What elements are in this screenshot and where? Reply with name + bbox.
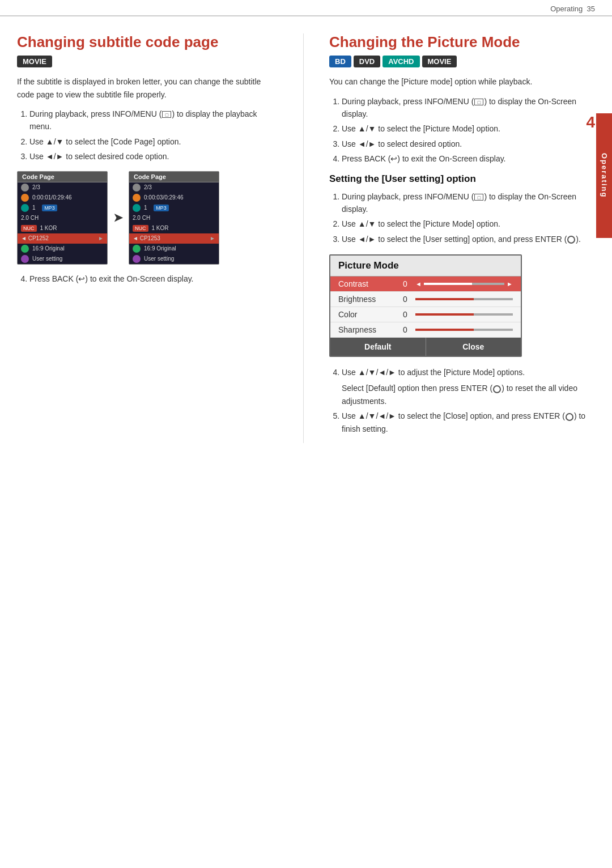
- cp-before-row-6-selected: ◄ CP1252 ►: [18, 233, 107, 244]
- cp-after-right-arrow: ►: [210, 235, 215, 241]
- mp3-badge-after: MP3: [154, 205, 169, 211]
- cp-after-icon-7: [133, 245, 141, 253]
- cp-after-row-3: 1 MP3: [129, 203, 219, 213]
- right-section-title: Changing the Picture Mode: [329, 33, 595, 51]
- right-step-4: Press BACK (↩) to exit the On-Screen dis…: [342, 152, 595, 165]
- cp-right-arrow: ►: [98, 235, 104, 241]
- left-step-3: Use ◄/► to select desired code option.: [29, 150, 278, 163]
- left-badge-row: MOVIE: [17, 56, 278, 67]
- pm-close-button[interactable]: Close: [426, 338, 521, 356]
- cp-icon-3: [21, 204, 29, 212]
- cp-before-row-5: NUC 1 KOR: [18, 223, 107, 233]
- enter-icon-1: [567, 236, 575, 244]
- cp-after-row-4: 2.0 CH: [129, 213, 219, 223]
- cp-icon-2: [21, 194, 29, 202]
- user-step-3: Use ◄/► to select the [User setting] opt…: [342, 233, 595, 245]
- pm-color-track: [415, 313, 513, 316]
- left-step-1: During playback, press INFO/MENU (□) to …: [29, 108, 278, 133]
- arrow-right-icon: ➤: [113, 211, 123, 224]
- pm-brightness-fill: [415, 298, 474, 300]
- pm-contrast-right-arrow: ►: [507, 280, 513, 287]
- left-step4-list: Press BACK (↩) to exit the On-Screen dis…: [17, 273, 278, 285]
- right-menu-icon-1: □: [474, 99, 483, 105]
- pm-default-button[interactable]: Default: [330, 338, 426, 356]
- top-bar: Operating 35: [0, 0, 612, 16]
- user-setting-steps-cont: Use ▲/▼/◄/► to adjust the [Picture Mode]…: [329, 366, 595, 435]
- cp-before-row-7: 16:9 Original: [18, 244, 107, 254]
- code-page-screenshots: Code Page 2/3 0:00:01/0:29:46 1 MP3 2.0 …: [17, 171, 278, 265]
- pm-contrast-left-arrow: ◄: [415, 280, 422, 287]
- page-label: Operating: [550, 5, 583, 13]
- pm-contrast-track: [424, 283, 504, 285]
- code-page-after: Code Page 2/3 0:00:03/0:29:46 1 MP3 2.0 …: [129, 171, 219, 265]
- column-divider: [303, 33, 304, 443]
- bd-badge: BD: [329, 56, 351, 67]
- picture-mode-title: Picture Mode: [330, 256, 521, 276]
- code-page-after-header: Code Page: [129, 172, 219, 182]
- pm-brightness-label: Brightness: [338, 295, 395, 304]
- left-steps-list: During playback, press INFO/MENU (□) to …: [17, 108, 278, 163]
- avchd-badge: AVCHD: [382, 56, 419, 67]
- cp-before-row-4: 2.0 CH: [18, 213, 107, 223]
- right-step-2: Use ▲/▼ to select the [Picture Mode] opt…: [342, 122, 595, 135]
- user-step-2: Use ▲/▼ to select the [Picture Mode] opt…: [342, 218, 595, 230]
- pm-color-label: Color: [338, 310, 395, 319]
- chapter-number: 4: [586, 113, 595, 131]
- pm-color-fill: [415, 313, 474, 316]
- cp-before-row-3: 1 MP3: [18, 203, 107, 213]
- cp-after-row-6-selected: ◄ CP1253 ►: [129, 233, 219, 244]
- user-menu-icon-1: □: [474, 194, 483, 201]
- pm-brightness-row: Brightness 0: [330, 292, 521, 307]
- cp-after-icon-2: [133, 194, 141, 202]
- page-info: Operating 35: [550, 5, 595, 13]
- pm-contrast-fill: [424, 283, 472, 285]
- operating-side-tab: Operating: [596, 113, 612, 238]
- page-number: 35: [587, 5, 595, 13]
- pm-color-value: 0: [400, 310, 411, 319]
- enter-icon-3: [566, 413, 573, 421]
- code-page-before: Code Page 2/3 0:00:01/0:29:46 1 MP3 2.0 …: [17, 171, 108, 265]
- code-page-before-header: Code Page: [18, 172, 107, 182]
- mp3-badge: MP3: [42, 205, 57, 211]
- pm-color-row: Color 0: [330, 307, 521, 322]
- side-tab-label: Operating: [600, 153, 609, 198]
- pm-contrast-slider: ◄ ►: [415, 280, 513, 287]
- user-setting-section: Setting the [User setting] option During…: [329, 173, 595, 436]
- enter-icon-2: [493, 385, 501, 393]
- pm-color-slider: [415, 313, 513, 316]
- cp-before-row-2: 0:00:01/0:29:46: [18, 193, 107, 203]
- nuc-badge-after: NUC: [133, 225, 148, 232]
- right-body-text: You can change the [Picture mode] option…: [329, 75, 595, 88]
- movie-badge: MOVIE: [17, 56, 52, 67]
- cp-before-row-8: User setting: [18, 254, 107, 264]
- right-column: Changing the Picture Mode BD DVD AVCHD M…: [329, 33, 595, 443]
- pm-footer: Default Close: [330, 338, 521, 356]
- pm-brightness-slider: [415, 298, 513, 300]
- user-setting-steps: During playback, press INFO/MENU (□) to …: [329, 190, 595, 246]
- left-section-title: Changing subtitle code page: [17, 33, 278, 51]
- right-step-3: Use ◄/► to select desired option.: [342, 138, 595, 150]
- left-step-4: Press BACK (↩) to exit the On-Screen dis…: [29, 273, 278, 285]
- left-column: Changing subtitle code page MOVIE If the…: [17, 33, 278, 443]
- pm-contrast-row: Contrast 0 ◄ ►: [330, 276, 521, 292]
- pm-brightness-track: [415, 298, 513, 300]
- cp-after-row-8: User setting: [129, 254, 219, 264]
- left-body-text: If the subtitle is displayed in broken l…: [17, 75, 278, 101]
- pm-brightness-value: 0: [400, 295, 411, 304]
- cp-after-row-2: 0:00:03/0:29:46: [129, 193, 219, 203]
- cp-icon-8: [21, 255, 29, 263]
- pm-sharpness-value: 0: [400, 325, 411, 334]
- left-step-2: Use ▲/▼ to select the [Code Page] option…: [29, 135, 278, 148]
- content-area: Changing subtitle code page MOVIE If the…: [0, 16, 612, 460]
- pm-sharpness-row: Sharpness 0: [330, 322, 521, 338]
- pm-sharpness-slider: [415, 329, 513, 331]
- right-badge-row: BD DVD AVCHD MOVIE: [329, 56, 595, 67]
- menu-icon: □: [162, 111, 171, 118]
- pm-sharpness-label: Sharpness: [338, 325, 395, 334]
- cp-before-row-1: 2/3: [18, 182, 107, 193]
- cp-after-icon-1: [133, 184, 141, 192]
- picture-mode-dialog: Picture Mode Contrast 0 ◄ ► B: [329, 254, 522, 357]
- user-step-4-note: Select [Default] option then press ENTER…: [332, 382, 595, 407]
- cp-after-icon-3: [133, 204, 141, 212]
- pm-sharpness-fill: [415, 329, 474, 331]
